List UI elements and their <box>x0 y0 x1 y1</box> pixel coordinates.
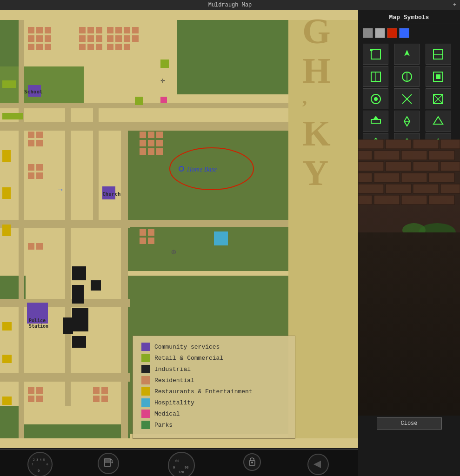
legend-label-industrial: Industrial <box>154 366 191 373</box>
svg-rect-77 <box>148 229 154 236</box>
symbol-btn-7[interactable] <box>363 88 388 109</box>
symbol-btn-12[interactable] <box>426 111 451 132</box>
svg-rect-148 <box>386 139 411 149</box>
symbol-btn-8[interactable] <box>394 88 420 109</box>
svg-rect-163 <box>358 184 384 193</box>
svg-rect-93 <box>156 148 163 155</box>
svg-rect-38 <box>107 27 113 33</box>
svg-text:Church: Church <box>102 191 121 197</box>
svg-rect-101 <box>101 387 108 394</box>
svg-rect-52 <box>2 187 11 199</box>
svg-rect-159 <box>358 173 372 182</box>
svg-rect-42 <box>107 35 113 42</box>
svg-rect-64 <box>72 336 86 348</box>
svg-rect-43 <box>115 35 122 42</box>
lock-icon <box>243 450 261 476</box>
legend-item-retail: Retail & Commercial <box>141 354 287 362</box>
svg-rect-99 <box>36 396 43 402</box>
svg-rect-29 <box>79 27 86 33</box>
svg-rect-98 <box>28 396 34 402</box>
color-swatch-light-gray[interactable] <box>375 28 385 38</box>
color-swatch-red[interactable] <box>387 28 397 38</box>
close-icon[interactable]: + <box>453 2 456 8</box>
map-legend: Community services Retail & Commercial I… <box>133 336 295 439</box>
svg-rect-2 <box>177 20 288 94</box>
svg-rect-86 <box>148 132 154 138</box>
svg-text:6: 6 <box>47 463 48 466</box>
svg-rect-155 <box>358 162 384 171</box>
svg-rect-83 <box>135 97 143 105</box>
speedometer: 60 0 90 120 <box>163 449 200 476</box>
svg-rect-44 <box>124 35 130 42</box>
svg-rect-104 <box>27 303 48 324</box>
symbol-btn-6[interactable] <box>426 66 451 87</box>
svg-text:Station: Station <box>29 324 48 329</box>
symbol-btn-2[interactable] <box>394 44 420 65</box>
color-swatch-gray[interactable] <box>363 28 373 38</box>
svg-rect-82 <box>160 97 167 103</box>
window-title: Muldraugh Map <box>208 2 252 8</box>
legend-color-community <box>141 343 150 351</box>
svg-rect-49 <box>28 85 41 97</box>
legend-item-restaurants: Restaurants & Entertainment <box>141 387 287 396</box>
symbol-btn-10[interactable] <box>363 111 388 132</box>
panel-close-button[interactable]: Close <box>377 417 442 430</box>
symbol-btn-3[interactable] <box>426 44 451 65</box>
svg-rect-56 <box>2 397 12 405</box>
svg-rect-47 <box>115 44 122 50</box>
svg-rect-12 <box>0 299 130 307</box>
svg-point-130 <box>374 97 378 101</box>
legend-color-hospitality <box>141 398 150 407</box>
svg-rect-24 <box>36 35 43 42</box>
symbol-btn-11[interactable] <box>394 111 420 132</box>
svg-rect-36 <box>87 44 94 50</box>
legend-label-community: Community services <box>154 344 220 350</box>
svg-rect-180 <box>105 459 110 463</box>
symbol-btn-5[interactable] <box>394 66 420 87</box>
svg-rect-46 <box>107 44 113 50</box>
svg-rect-1 <box>288 20 358 438</box>
svg-rect-31 <box>96 27 102 33</box>
svg-text:0: 0 <box>38 469 40 473</box>
symbol-btn-4[interactable] <box>363 66 388 87</box>
svg-rect-103 <box>101 396 108 402</box>
map-background: → → ⊕ <box>0 10 358 448</box>
legend-color-retail <box>141 354 150 362</box>
svg-rect-15 <box>0 220 288 227</box>
legend-label-restaurants: Restaurants & Entertainment <box>154 388 253 395</box>
speed-gauge: 2 3 4 5 1 6 0 <box>26 450 54 476</box>
svg-rect-170 <box>429 195 454 205</box>
svg-rect-5 <box>0 276 26 304</box>
symbol-btn-9[interactable] <box>426 88 451 109</box>
svg-rect-13 <box>0 373 130 382</box>
color-swatch-blue[interactable] <box>399 28 409 38</box>
svg-rect-154 <box>429 151 454 160</box>
svg-rect-68 <box>36 140 43 146</box>
svg-rect-78 <box>140 238 146 244</box>
svg-rect-62 <box>72 308 88 331</box>
legend-item-residential: Residential <box>141 376 287 384</box>
svg-rect-32 <box>79 35 86 42</box>
svg-rect-58 <box>2 80 16 88</box>
svg-marker-137 <box>373 116 379 119</box>
svg-rect-100 <box>93 387 100 394</box>
legend-item-medical: Medical <box>141 410 287 418</box>
game-world-view <box>358 139 460 416</box>
symbol-btn-1[interactable] <box>363 44 388 65</box>
legend-item-community: Community services <box>141 343 287 351</box>
svg-rect-59 <box>72 266 86 280</box>
legend-color-restaurants <box>141 387 150 396</box>
svg-rect-16 <box>19 20 24 438</box>
svg-rect-72 <box>36 172 43 179</box>
svg-rect-147 <box>358 139 384 149</box>
svg-rect-61 <box>72 285 84 304</box>
svg-point-183 <box>112 462 113 463</box>
svg-rect-84 <box>160 60 169 68</box>
svg-text:G: G <box>302 11 331 51</box>
svg-rect-41 <box>132 27 139 33</box>
svg-text:Home Base: Home Base <box>187 166 217 173</box>
map-area[interactable]: → → ⊕ <box>0 10 358 448</box>
legend-label-medical: Medical <box>154 410 180 417</box>
svg-text:K: K <box>302 113 331 153</box>
svg-rect-45 <box>132 35 139 42</box>
